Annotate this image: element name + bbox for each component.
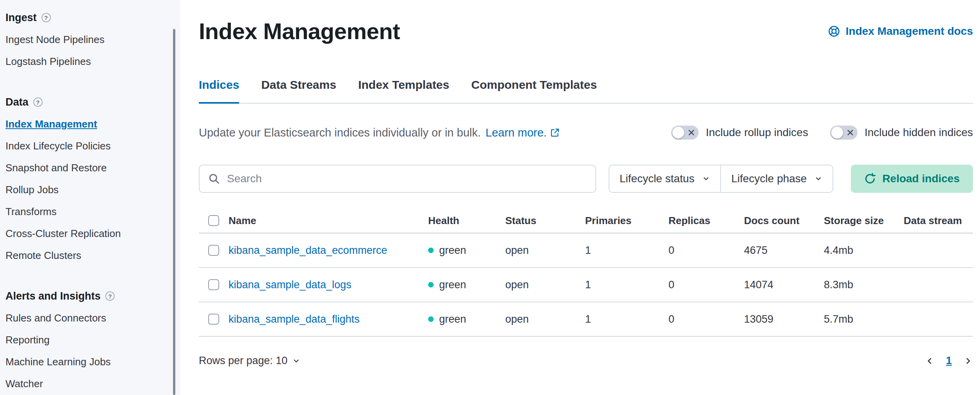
reload-indices-button[interactable]: Reload indices	[851, 165, 973, 193]
column-header-replicas: Replicas	[668, 215, 744, 227]
help-icon: ?	[41, 13, 51, 22]
health-label: green	[439, 313, 466, 325]
nav-section-title-text: Alerts and Insights	[5, 290, 101, 302]
sidebar-scrollbar[interactable]	[173, 29, 175, 395]
toggle-group: Include rollup indices Include hidden in…	[671, 126, 973, 140]
sidebar-item-remote-clusters[interactable]: Remote Clusters	[5, 244, 180, 266]
learn-more-link[interactable]: Learn more.	[486, 126, 560, 139]
sidebar-item-index-lifecycle-policies[interactable]: Index Lifecycle Policies	[5, 135, 180, 157]
reload-indices-label: Reload indices	[882, 172, 960, 185]
health-cell: green	[428, 279, 505, 291]
index-name-link[interactable]: kibana_sample_data_ecommerce	[229, 244, 428, 257]
nav-section-title-text: Ingest	[5, 12, 37, 24]
switch-thumb	[831, 127, 843, 138]
switch-off-icon	[671, 126, 699, 140]
row-checkbox-cell	[205, 279, 229, 290]
health-cell: green	[428, 244, 505, 257]
toggle-include-hidden-indices[interactable]: Include hidden indices	[830, 126, 973, 140]
sidebar-item-rollup-jobs[interactable]: Rollup Jobs	[5, 179, 180, 201]
sidebar-item-rules-and-connectors[interactable]: Rules and Connectors	[5, 307, 180, 329]
search-box	[199, 165, 596, 193]
refresh-icon	[864, 173, 876, 185]
x-icon	[847, 130, 853, 136]
intro-text: Update your Elasticsearch indices indivi…	[199, 126, 560, 139]
docs-count-cell: 4675	[744, 244, 824, 257]
table-row: kibana_sample_data_ecommerce green open …	[199, 233, 973, 268]
nav-section-title-ingest: Ingest ?	[5, 7, 180, 29]
filter-group: Lifecycle status Lifecycle phase	[609, 165, 833, 193]
switch-thumb	[672, 127, 684, 138]
health-green-dot-icon	[428, 282, 434, 287]
primaries-cell: 1	[585, 313, 668, 325]
docs-icon	[828, 25, 840, 38]
chevron-down-icon	[814, 175, 822, 183]
sidebar-item-watcher[interactable]: Watcher	[5, 373, 180, 395]
column-header-data-stream: Data stream	[904, 215, 973, 227]
table-footer: Rows per page: 10 1	[199, 355, 973, 367]
lifecycle-status-filter[interactable]: Lifecycle status	[609, 165, 721, 193]
intro-text-body: Update your Elasticsearch indices indivi…	[199, 126, 481, 139]
controls-row: Lifecycle status Lifecycle phase Reload …	[199, 165, 973, 193]
status-cell: open	[505, 313, 585, 325]
tab-data-streams[interactable]: Data Streams	[261, 78, 336, 103]
help-icon: ?	[105, 291, 115, 301]
docs-link-label: Index Management docs	[846, 25, 973, 38]
nav-section-alerts-insights: Alerts and Insights ? Rules and Connecto…	[5, 285, 180, 395]
lifecycle-phase-label: Lifecycle phase	[731, 172, 807, 185]
nav-section-ingest: Ingest ? Ingest Node Pipelines Logstash …	[5, 7, 180, 72]
status-cell: open	[505, 244, 585, 257]
sidebar-item-logstash-pipelines[interactable]: Logstash Pipelines	[5, 50, 180, 72]
docs-count-cell: 14074	[744, 279, 824, 291]
sidebar-item-index-management[interactable]: Index Management	[5, 113, 180, 135]
rows-per-page-button[interactable]: Rows per page: 10	[199, 355, 300, 367]
table-row: kibana_sample_data_flights green open 1 …	[199, 302, 973, 337]
nav-section-title-alerts-insights: Alerts and Insights ?	[5, 285, 180, 307]
row-checkbox[interactable]	[208, 314, 219, 325]
primaries-cell: 1	[585, 279, 668, 291]
storage-size-cell: 5.7mb	[824, 313, 904, 325]
toggle-label: Include rollup indices	[706, 126, 808, 139]
column-header-status: Status	[505, 215, 585, 227]
row-checkbox[interactable]	[208, 245, 219, 256]
docs-link[interactable]: Index Management docs	[828, 25, 973, 38]
health-green-dot-icon	[428, 316, 434, 322]
index-name-link[interactable]: kibana_sample_data_logs	[229, 279, 428, 291]
tab-indices[interactable]: Indices	[199, 78, 239, 104]
tab-component-templates[interactable]: Component Templates	[471, 78, 597, 103]
docs-count-cell: 13059	[744, 313, 824, 325]
select-all-checkbox[interactable]	[208, 215, 219, 226]
sidebar-item-snapshot-and-restore[interactable]: Snapshot and Restore	[5, 157, 180, 179]
lifecycle-status-label: Lifecycle status	[620, 172, 694, 185]
index-name-link[interactable]: kibana_sample_data_flights	[229, 313, 428, 325]
chevron-right-icon[interactable]	[964, 356, 973, 366]
tab-bar: Indices Data Streams Index Templates Com…	[199, 78, 973, 104]
chevron-down-icon	[292, 357, 300, 365]
column-header-name: Name	[229, 215, 428, 227]
row-checkbox[interactable]	[208, 279, 219, 290]
lifecycle-phase-filter[interactable]: Lifecycle phase	[721, 165, 833, 193]
table-row: kibana_sample_data_logs green open 1 0 1…	[199, 268, 973, 302]
learn-more-label: Learn more.	[486, 126, 547, 139]
sidebar-item-machine-learning-jobs[interactable]: Machine Learning Jobs	[5, 351, 180, 373]
x-icon	[688, 130, 694, 136]
chevron-down-icon	[702, 175, 710, 183]
sidebar-item-reporting[interactable]: Reporting	[5, 329, 180, 351]
help-icon: ?	[33, 97, 43, 107]
toggle-include-rollup-indices[interactable]: Include rollup indices	[671, 126, 808, 140]
main-content: Index Management Index Management docs I…	[180, 0, 980, 395]
health-cell: green	[428, 313, 505, 325]
select-all-checkbox-cell	[205, 215, 229, 226]
primaries-cell: 1	[585, 244, 668, 257]
tab-index-templates[interactable]: Index Templates	[358, 78, 449, 103]
page-number-1[interactable]: 1	[946, 355, 952, 367]
sidebar-item-transforms[interactable]: Transforms	[5, 201, 180, 223]
page-title: Index Management	[199, 18, 400, 45]
indices-table: Name Health Status Primaries Replicas Do…	[199, 208, 973, 337]
sidebar-item-ingest-node-pipelines[interactable]: Ingest Node Pipelines	[5, 29, 180, 50]
row-checkbox-cell	[205, 314, 229, 325]
pagination: 1	[925, 355, 973, 367]
replicas-cell: 0	[668, 313, 744, 325]
chevron-left-icon[interactable]	[925, 356, 934, 366]
sidebar-item-cross-cluster-replication[interactable]: Cross-Cluster Replication	[5, 223, 180, 244]
search-input[interactable]	[226, 172, 587, 185]
